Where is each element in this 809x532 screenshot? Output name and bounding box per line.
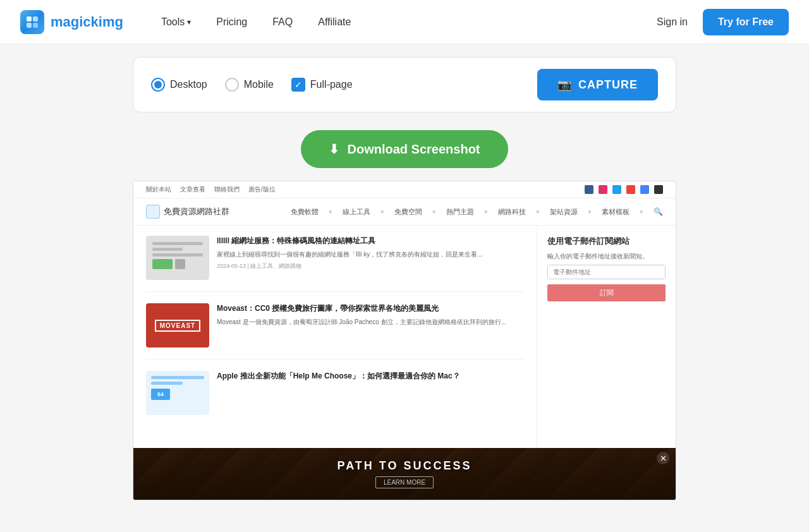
chevron-down-icon: ▾ bbox=[187, 18, 191, 27]
mobile-radio[interactable] bbox=[225, 78, 239, 92]
site-search-icon: 🔍 bbox=[654, 207, 663, 216]
site-nav-link-3: 免費空間 bbox=[394, 207, 422, 217]
thumb-line-2 bbox=[152, 248, 183, 251]
article-desc-2: Moveast 是一個免費資源，由葡萄牙設計師 João Pacheco 創立，… bbox=[217, 317, 524, 327]
article-content-2: Moveast：CC0 授權免費旅行圖庫，帶你探索世界各地的美麗風光 Movea… bbox=[217, 303, 524, 348]
article-title-1: llllll 縮網址服務：特殊條碼風格的連結轉址工具 bbox=[217, 236, 524, 246]
download-icon: ⬇ bbox=[329, 142, 339, 157]
banner-link[interactable]: LEARN MORE bbox=[375, 476, 434, 488]
banner-title: PATH TO SUCCESS bbox=[337, 459, 471, 473]
article-item-1: llllll 縮網址服務：特殊條碼風格的連結轉址工具 家裡線上到縮很尋找到一個很… bbox=[146, 236, 524, 292]
nav-right-section: Sign in Try for Free bbox=[657, 9, 789, 35]
fullpage-option[interactable]: ✓ Full-page bbox=[291, 78, 353, 92]
article-thumb-2: MOVEAST bbox=[146, 303, 209, 348]
article-thumb-3: 64 bbox=[146, 371, 209, 415]
mobile-label: Mobile bbox=[244, 79, 274, 90]
sidebar-widget: 使用電子郵件訂閱網站 輸入你的電子郵件地址接收新聞知。 訂閱 bbox=[547, 236, 666, 301]
social-icon-3 bbox=[612, 185, 621, 194]
screenshot-preview: 關於本站 文章查看 聯絡我們 廣告/版位 免費資源網路社群 免費軟體 bbox=[133, 181, 676, 500]
main-content: Desktop Mobile ✓ Full-page 📷 CAPTURE bbox=[0, 44, 809, 513]
sidebar-widget-title: 使用電子郵件訂閱網站 bbox=[547, 236, 666, 247]
desktop-radio[interactable] bbox=[151, 78, 165, 92]
site-topbar: 關於本站 文章查看 聯絡我們 廣告/版位 bbox=[133, 181, 676, 198]
site-nav-link-1: 免費軟體 bbox=[291, 207, 319, 217]
nav-link-faq[interactable]: FAQ bbox=[272, 16, 293, 28]
site-nav-link-6: 架站資源 bbox=[550, 207, 578, 217]
download-button[interactable]: ⬇ Download Screenshot bbox=[301, 130, 508, 168]
article-content-3: Apple 推出全新功能「Help Me Choose」：如何選擇最適合你的 M… bbox=[217, 371, 524, 415]
logo-text: magickimg bbox=[51, 14, 123, 30]
site-logo: 免費資源網路社群 bbox=[146, 205, 229, 219]
site-logo-icon bbox=[146, 205, 160, 219]
thumb-line-b bbox=[151, 382, 183, 385]
site-content-area: llllll 縮網址服務：特殊條碼風格的連結轉址工具 家裡線上到縮很尋找到一個很… bbox=[133, 226, 676, 448]
site-main-area: llllll 縮網址服務：特殊條碼風格的連結轉址工具 家裡線上到縮很尋找到一個很… bbox=[133, 226, 537, 448]
banner-overlay: ✕ PATH TO SUCCESS LEARN MORE bbox=[133, 448, 676, 500]
fullpage-checkbox[interactable]: ✓ bbox=[291, 78, 305, 92]
article-item-3: 64 Apple 推出全新功能「Help Me Choose」：如何選擇最適合你… bbox=[146, 371, 524, 426]
site-nav-links: 免費軟體 ▾ 線上工具 ▾ 免費空間 ▾ 熱門主題 ▾ 網路科技 ▾ 架站資源 … bbox=[291, 207, 663, 217]
nav-link-affiliate[interactable]: Affiliate bbox=[318, 16, 351, 28]
site-nav-link-5: 網路科技 bbox=[498, 207, 526, 217]
sidebar-widget-sub: 輸入你的電子郵件地址接收新聞知。 bbox=[547, 252, 666, 261]
thumb-line-1 bbox=[152, 242, 203, 245]
article-desc-1: 家裡線上到縮很尋找到一個很有趣的縮網址服務「Illi ky，找了辨克各的有縮址姐… bbox=[217, 250, 524, 259]
banner-content: PATH TO SUCCESS LEARN MORE bbox=[337, 459, 471, 488]
logo-link[interactable]: magickimg bbox=[20, 10, 123, 34]
svg-rect-2 bbox=[27, 23, 32, 28]
logo-icon bbox=[20, 10, 44, 34]
desktop-label: Desktop bbox=[170, 79, 207, 90]
site-nav-link-4: 熱門主題 bbox=[446, 207, 474, 217]
camera-icon: 📷 bbox=[557, 78, 572, 92]
navbar: magickimg Tools ▾ Pricing FAQ Affiliate … bbox=[0, 0, 809, 44]
signin-link[interactable]: Sign in bbox=[657, 16, 688, 28]
site-nav-link-2: 線上工具 bbox=[343, 207, 370, 217]
svg-rect-1 bbox=[33, 16, 38, 21]
sidebar-subscribe-button[interactable]: 訂閱 bbox=[547, 284, 666, 301]
article-thumb-1 bbox=[146, 236, 209, 280]
social-icon-2 bbox=[599, 185, 607, 194]
download-section: ⬇ Download Screenshot bbox=[0, 112, 809, 181]
try-for-free-button[interactable]: Try for Free bbox=[703, 9, 789, 35]
article-meta-1: 2024-05-13 | 線上工具、網路購物 bbox=[217, 262, 524, 270]
view-options: Desktop Mobile ✓ Full-page bbox=[151, 78, 353, 92]
site-nav: 免費資源網路社群 免費軟體 ▾ 線上工具 ▾ 免費空間 ▾ 熱門主題 ▾ 網路科… bbox=[133, 198, 676, 226]
social-icon-5 bbox=[640, 185, 649, 194]
site-topbar-links: 關於本站 文章查看 聯絡我們 廣告/版位 bbox=[146, 185, 276, 194]
site-nav-link-7: 素材模板 bbox=[602, 207, 630, 217]
nav-links: Tools ▾ Pricing FAQ Affiliate bbox=[161, 16, 351, 28]
site-sidebar: 使用電子郵件訂閱網站 輸入你的電子郵件地址接收新聞知。 訂閱 bbox=[537, 226, 676, 448]
fullpage-label: Full-page bbox=[310, 79, 353, 90]
desktop-option[interactable]: Desktop bbox=[151, 78, 207, 92]
topbar-link-4: 廣告/版位 bbox=[248, 185, 276, 194]
svg-rect-0 bbox=[27, 16, 32, 21]
article-thumb-2-text: MOVEAST bbox=[155, 320, 200, 332]
article-content-1: llllll 縮網址服務：特殊條碼風格的連結轉址工具 家裡線上到縮很尋找到一個很… bbox=[217, 236, 524, 280]
article-title-2: Moveast：CC0 授權免費旅行圖庫，帶你探索世界各地的美麗風光 bbox=[217, 303, 524, 314]
capture-button[interactable]: 📷 CAPTURE bbox=[537, 69, 658, 100]
site-logo-text: 免費資源網路社群 bbox=[164, 206, 229, 217]
download-label: Download Screenshot bbox=[347, 142, 480, 157]
capture-toolbar: Desktop Mobile ✓ Full-page 📷 CAPTURE bbox=[133, 57, 676, 112]
nav-link-pricing[interactable]: Pricing bbox=[216, 16, 247, 28]
sidebar-email-input[interactable] bbox=[547, 265, 666, 279]
thumb-line-3 bbox=[152, 253, 203, 257]
nav-link-tools[interactable]: Tools ▾ bbox=[161, 16, 191, 28]
banner-close-icon[interactable]: ✕ bbox=[657, 452, 669, 464]
thumb-line-a bbox=[151, 376, 204, 379]
article-title-3: Apple 推出全新功能「Help Me Choose」：如何選擇最適合你的 M… bbox=[217, 371, 524, 382]
social-icon-1 bbox=[585, 185, 593, 194]
capture-label: CAPTURE bbox=[578, 78, 638, 92]
svg-rect-3 bbox=[33, 23, 38, 28]
capture-toolbar-container: Desktop Mobile ✓ Full-page 📷 CAPTURE bbox=[133, 57, 676, 112]
nav-left-section: magickimg Tools ▾ Pricing FAQ Affiliate bbox=[20, 10, 351, 34]
topbar-link-2: 文章查看 bbox=[180, 185, 205, 194]
topbar-link-1: 關於本站 bbox=[146, 185, 171, 194]
social-icon-4 bbox=[626, 185, 635, 194]
mobile-option[interactable]: Mobile bbox=[225, 78, 274, 92]
article-item-2: MOVEAST Moveast：CC0 授權免費旅行圖庫，帶你探索世界各地的美麗… bbox=[146, 303, 524, 360]
topbar-link-3: 聯絡我們 bbox=[214, 185, 240, 194]
social-icon-6 bbox=[654, 185, 663, 194]
site-topbar-icons bbox=[585, 185, 663, 194]
